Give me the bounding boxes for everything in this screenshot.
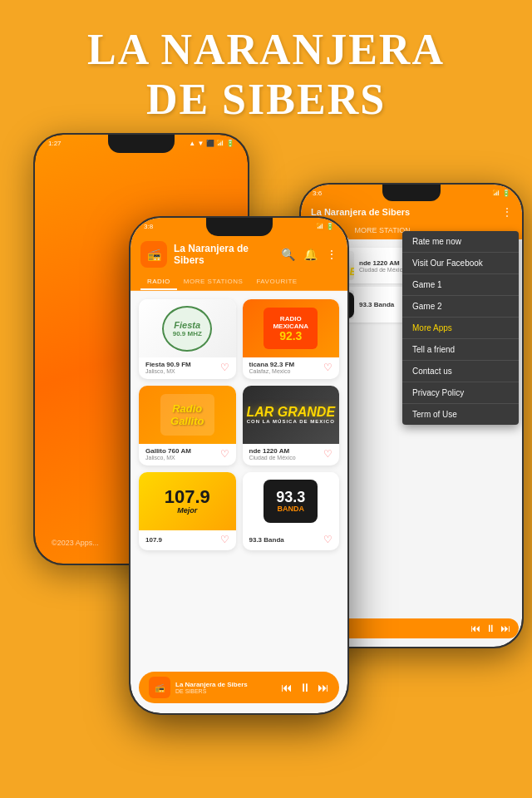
menu-contact[interactable]: Contact us: [402, 361, 519, 382]
prev-button-right[interactable]: ⏮: [470, 623, 480, 634]
heart-mexicana[interactable]: ♡: [323, 362, 332, 373]
radio-card-fiesta[interactable]: Fiesta 90.9 MHZ Fiesta 90.9 FM Jalisco, …: [139, 299, 236, 379]
menu-privacy[interactable]: Privacy Policy: [402, 382, 519, 404]
radio-grid: Fiesta 90.9 MHZ Fiesta 90.9 FM Jalisco, …: [131, 291, 347, 559]
menu-icon[interactable]: ⋮: [326, 248, 337, 261]
front-tabs: RADIO MORE STATIONS FAVOURITE: [131, 273, 347, 291]
tab-more-stations[interactable]: MORE STATIONS: [177, 274, 250, 290]
menu-tell-friend[interactable]: Tell a friend: [402, 339, 519, 361]
menu-game2[interactable]: Game 2: [402, 296, 519, 318]
bell-icon[interactable]: 🔔: [303, 248, 318, 261]
heart-banda[interactable]: ♡: [323, 534, 332, 545]
copyright-text: ©2023 Apps...: [52, 539, 99, 547]
phone-back-status: 1:27 ▲ ▼ ⬛ 📶 🔋: [48, 140, 234, 147]
heart-fiesta[interactable]: ♡: [220, 362, 229, 373]
menu-facebook[interactable]: Visit Our Facebook: [402, 253, 519, 274]
search-icon[interactable]: 🔍: [281, 248, 295, 261]
menu-game1[interactable]: Game 1: [402, 274, 519, 296]
play-button-right[interactable]: ⏸: [485, 623, 495, 634]
heart-gallito[interactable]: ♡: [220, 448, 229, 460]
app-logo: 📻: [140, 241, 167, 268]
prev-button-front[interactable]: ⏮: [281, 681, 293, 694]
tab-favourite[interactable]: FAVOURITE: [249, 274, 303, 290]
radio-card-1079[interactable]: 107.9 Mejor 107.9 ♡: [139, 472, 236, 550]
phone-front-status: 3:8 📶 🔋: [144, 223, 334, 230]
radio-card-banda[interactable]: 93.3 BANDA 93.3 Banda ♡: [243, 472, 340, 550]
phone-front: 3:8 📶 🔋 📻 La Naranjera de Sibers 🔍 🔔 ⋮ R…: [129, 216, 349, 715]
radio-card-mexicana[interactable]: RADIO MEXICANA 92.3 ticana 92.3 FM Calaf…: [243, 299, 340, 379]
front-player-bar: 📻 La Naranjera de Sibers DE SIBERS ⏮ ⏸ ⏭: [139, 672, 339, 703]
header-icons: 🔍 🔔 ⋮: [281, 248, 337, 261]
menu-rate[interactable]: Rate me now: [402, 231, 519, 253]
heart-1079[interactable]: ♡: [220, 534, 229, 545]
right-player-controls[interactable]: ⏮ ⏸ ⏭: [470, 623, 510, 634]
radio-card-gallito[interactable]: Radio Gallito Gallito 760 AM Jalisco, MX…: [139, 386, 236, 466]
dropdown-menu: Rate me now Visit Our Facebook Game 1 Ga…: [402, 231, 519, 425]
app-title: LA NARANJERA DE SIBERS: [0, 0, 532, 125]
next-button-front[interactable]: ⏭: [318, 681, 329, 694]
phone-front-screen: 📻 La Naranjera de Sibers 🔍 🔔 ⋮ RADIO MOR…: [131, 218, 347, 713]
phone-right-status: 3:6 📶 🔋: [313, 190, 510, 197]
player-logo: 📻: [149, 677, 170, 698]
menu-more-apps[interactable]: More Apps: [402, 318, 519, 339]
front-player-controls[interactable]: ⏮ ⏸ ⏭: [281, 681, 329, 694]
heart-lagrande[interactable]: ♡: [323, 448, 332, 460]
tab-radio-front[interactable]: RADIO: [140, 274, 177, 290]
play-button-front[interactable]: ⏸: [299, 681, 311, 694]
menu-terms[interactable]: Term of Use: [402, 404, 519, 425]
radio-card-lagrande[interactable]: LAR GRANDE CON LA MÚSICA DE MEXICO nde 1…: [243, 386, 340, 466]
next-button-right[interactable]: ⏭: [500, 623, 510, 634]
phones-area: 1:27 ▲ ▼ ⬛ 📶 🔋 ©2023 Apps... 3:6 📶 🔋 La …: [0, 133, 532, 798]
